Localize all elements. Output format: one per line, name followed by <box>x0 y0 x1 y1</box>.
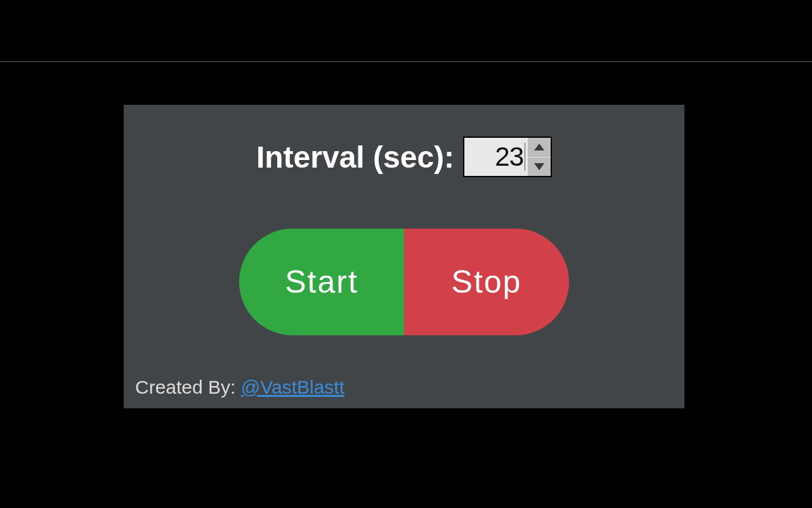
stop-button[interactable]: Stop <box>404 229 569 335</box>
chevron-down-icon <box>534 163 544 170</box>
start-button[interactable]: Start <box>239 229 404 335</box>
top-divider <box>0 61 812 62</box>
control-panel: Interval (sec): 23 Start Stop Created By… <box>124 105 684 408</box>
credits-line: Created By: @VastBlastt <box>135 377 344 398</box>
interval-row: Interval (sec): 23 <box>124 137 684 177</box>
chevron-up-icon <box>534 144 544 150</box>
interval-value: 23 <box>495 142 523 172</box>
interval-stepper[interactable]: 23 <box>463 137 552 177</box>
stepper-buttons <box>528 138 551 176</box>
start-stop-pill: Start Stop <box>239 229 569 335</box>
step-up-button[interactable] <box>528 138 551 157</box>
interval-input[interactable]: 23 <box>464 138 528 176</box>
author-link[interactable]: @VastBlastt <box>241 377 344 398</box>
text-caret <box>525 143 525 171</box>
interval-label: Interval (sec): <box>256 140 454 175</box>
credits-prefix: Created By: <box>135 377 241 398</box>
step-down-button[interactable] <box>528 157 551 177</box>
